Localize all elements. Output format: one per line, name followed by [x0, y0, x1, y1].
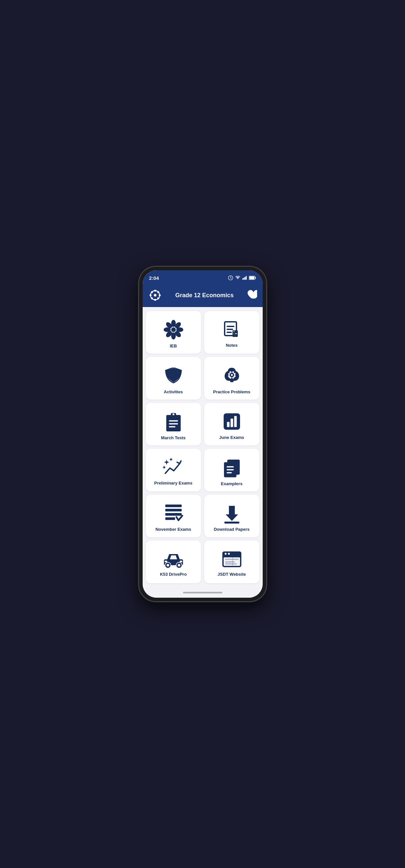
battery-icon	[249, 276, 256, 280]
svg-rect-57	[230, 418, 233, 427]
svg-rect-64	[165, 504, 182, 507]
svg-point-79	[225, 553, 227, 555]
svg-rect-85	[232, 557, 233, 566]
activities-button[interactable]: Activities	[146, 357, 201, 400]
svg-point-80	[228, 553, 230, 555]
svg-point-13	[151, 291, 153, 293]
svg-point-39	[231, 374, 233, 376]
bottom-bar	[143, 587, 263, 598]
svg-rect-48	[230, 380, 233, 382]
book-icon	[163, 365, 184, 386]
svg-point-28	[171, 328, 176, 332]
examplers-label: Examplers	[221, 481, 243, 486]
jsdt-website-label: JSDT Website	[217, 572, 246, 577]
svg-point-12	[159, 294, 161, 296]
sync-icon	[228, 275, 233, 280]
svg-point-11	[150, 294, 152, 296]
browser-icon	[221, 550, 243, 568]
brain-gear-icon	[221, 365, 242, 386]
svg-rect-4	[246, 276, 247, 279]
flower-icon	[163, 319, 184, 340]
chart-box-icon	[222, 411, 242, 432]
svg-rect-1	[242, 278, 243, 279]
november-exams-button[interactable]: November Exams	[146, 495, 201, 537]
status-icons	[228, 275, 256, 280]
svg-point-16	[157, 291, 159, 293]
phone-shell: 2:04	[139, 267, 267, 601]
status-bar: 2:04	[143, 270, 263, 285]
svg-rect-43	[235, 374, 237, 376]
svg-point-15	[151, 298, 153, 300]
svg-rect-2	[243, 278, 244, 279]
svg-rect-42	[227, 374, 228, 376]
svg-point-74	[178, 564, 180, 566]
notes-icon	[222, 320, 242, 340]
svg-rect-67	[165, 517, 175, 520]
march-tests-label: March Tests	[161, 435, 186, 440]
sparkle-chart-icon	[163, 458, 184, 477]
jsdt-website-button[interactable]: JSDT Website	[204, 540, 259, 583]
svg-point-17	[154, 294, 156, 297]
stacked-docs-icon	[222, 457, 242, 478]
svg-rect-56	[227, 422, 229, 427]
download-papers-button[interactable]: Download Papers	[204, 495, 259, 537]
svg-point-14	[157, 298, 159, 300]
june-exams-button[interactable]: June Exams	[204, 403, 259, 445]
ieb-label: IEB	[170, 343, 177, 348]
practice-problems-label: Practice Problems	[213, 390, 250, 394]
svg-rect-75	[165, 561, 167, 562]
svg-rect-40	[231, 371, 232, 372]
svg-rect-63	[227, 472, 232, 473]
notes-label: Notes	[226, 343, 238, 348]
svg-marker-68	[226, 506, 238, 521]
november-exams-label: November Exams	[155, 527, 191, 532]
car-icon	[163, 550, 184, 568]
checklist-icon	[163, 503, 184, 524]
svg-rect-7	[255, 277, 256, 279]
k53-drivepro-label: K53 DrivePro	[160, 572, 187, 577]
svg-rect-65	[165, 509, 182, 512]
examplers-button[interactable]: Examplers	[204, 449, 259, 491]
svg-rect-41	[231, 378, 232, 379]
svg-rect-84	[225, 563, 237, 564]
svg-rect-69	[224, 522, 239, 524]
june-exams-label: June Exams	[219, 435, 244, 440]
download-papers-label: Download Papers	[214, 527, 250, 532]
clipboard-icon	[164, 411, 183, 432]
preliminary-exams-button[interactable]: Preliminary Exams	[146, 449, 201, 491]
svg-point-51	[173, 413, 175, 415]
app-logo-icon	[148, 288, 162, 303]
wifi-icon	[235, 276, 240, 280]
svg-rect-76	[180, 561, 182, 562]
svg-rect-66	[165, 513, 182, 516]
march-tests-button[interactable]: March Tests	[146, 403, 201, 445]
svg-rect-52	[169, 420, 178, 422]
svg-rect-58	[234, 416, 237, 427]
svg-point-9	[154, 290, 156, 291]
activities-label: Activities	[164, 390, 183, 394]
favorite-button[interactable]	[247, 290, 257, 301]
ieb-button[interactable]: IEB	[146, 311, 201, 353]
svg-rect-53	[169, 423, 178, 425]
main-grid: IEB Notes	[143, 307, 263, 587]
home-indicator	[183, 592, 222, 593]
svg-point-10	[154, 299, 156, 301]
practice-problems-button[interactable]: Practice Problems	[204, 357, 259, 400]
svg-rect-3	[245, 277, 246, 279]
svg-rect-62	[227, 469, 234, 470]
phone-screen: 2:04	[143, 270, 263, 598]
notes-button[interactable]: Notes	[204, 311, 259, 353]
app-header: Grade 12 Economics	[143, 285, 263, 307]
status-time: 2:04	[149, 275, 159, 281]
download-icon	[222, 503, 242, 524]
page-title: Grade 12 Economics	[175, 292, 233, 299]
signal-icon	[242, 276, 247, 280]
svg-rect-54	[169, 426, 176, 428]
svg-rect-83	[225, 561, 235, 563]
svg-rect-82	[225, 559, 239, 560]
svg-rect-61	[227, 466, 234, 467]
svg-point-72	[166, 564, 169, 566]
preliminary-exams-label: Preliminary Exams	[154, 480, 192, 486]
svg-rect-6	[249, 276, 254, 279]
k53-drivepro-button[interactable]: K53 DrivePro	[146, 540, 201, 583]
